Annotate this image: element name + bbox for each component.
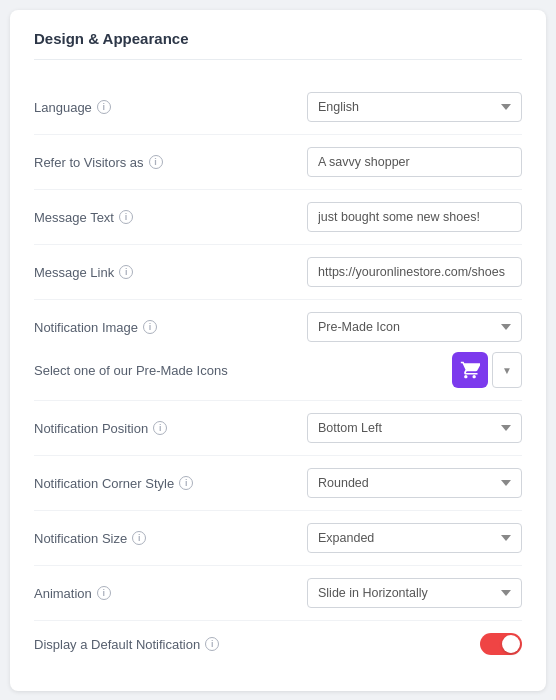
animation-control: Slide in Horizontally Slide in Verticall… — [254, 578, 522, 608]
icon-dropdown-button[interactable]: ▼ — [492, 352, 522, 388]
message-link-label: Message Link i — [34, 265, 254, 280]
message-text-control — [254, 202, 522, 232]
notification-image-label: Notification Image i — [34, 320, 254, 335]
design-appearance-card: Design & Appearance Language i English S… — [10, 10, 546, 691]
card-title: Design & Appearance — [34, 30, 522, 60]
message-text-row: Message Text i — [34, 190, 522, 245]
icon-preview[interactable] — [452, 352, 488, 388]
language-select[interactable]: English Spanish French German — [307, 92, 522, 122]
notification-image-select[interactable]: Pre-Made Icon Custom Image None — [307, 312, 522, 342]
message-text-input[interactable] — [307, 202, 522, 232]
animation-label: Animation i — [34, 586, 254, 601]
message-text-label: Message Text i — [34, 210, 254, 225]
display-default-notification-row: Display a Default Notification i — [34, 621, 522, 667]
toggle-thumb — [502, 635, 520, 653]
notification-position-label: Notification Position i — [34, 421, 254, 436]
refer-to-visitors-info-icon[interactable]: i — [149, 155, 163, 169]
notification-corner-style-row: Notification Corner Style i Rounded Squa… — [34, 456, 522, 511]
language-label: Language i — [34, 100, 254, 115]
notification-size-select[interactable]: Expanded Compact Mini — [307, 523, 522, 553]
animation-row: Animation i Slide in Horizontally Slide … — [34, 566, 522, 621]
notification-size-control: Expanded Compact Mini — [254, 523, 522, 553]
notification-corner-style-select[interactable]: Rounded Square Pill — [307, 468, 522, 498]
message-link-input[interactable] — [307, 257, 522, 287]
notification-size-label: Notification Size i — [34, 531, 254, 546]
notification-corner-style-control: Rounded Square Pill — [254, 468, 522, 498]
display-default-notification-toggle-wrapper — [254, 633, 522, 655]
animation-info-icon[interactable]: i — [97, 586, 111, 600]
notification-position-info-icon[interactable]: i — [153, 421, 167, 435]
display-default-notification-label: Display a Default Notification i — [34, 637, 254, 652]
animation-select[interactable]: Slide in Horizontally Slide in Verticall… — [307, 578, 522, 608]
notification-image-row: Notification Image i Pre-Made Icon Custo… — [34, 300, 522, 401]
notification-image-top: Notification Image i Pre-Made Icon Custo… — [34, 312, 522, 342]
notification-corner-style-label: Notification Corner Style i — [34, 476, 254, 491]
display-default-notification-info-icon[interactable]: i — [205, 637, 219, 651]
notification-size-info-icon[interactable]: i — [132, 531, 146, 545]
notification-image-info-icon[interactable]: i — [143, 320, 157, 334]
icon-picker: ▼ — [452, 352, 522, 388]
notification-corner-style-info-icon[interactable]: i — [179, 476, 193, 490]
notification-image-bottom: Select one of our Pre-Made Icons ▼ — [34, 352, 522, 388]
display-default-notification-toggle[interactable] — [480, 633, 522, 655]
message-link-row: Message Link i — [34, 245, 522, 300]
notification-position-control: Bottom Left Bottom Right Top Left Top Ri… — [254, 413, 522, 443]
notification-size-row: Notification Size i Expanded Compact Min… — [34, 511, 522, 566]
notification-position-select[interactable]: Bottom Left Bottom Right Top Left Top Ri… — [307, 413, 522, 443]
language-control: English Spanish French German — [254, 92, 522, 122]
language-info-icon[interactable]: i — [97, 100, 111, 114]
message-text-info-icon[interactable]: i — [119, 210, 133, 224]
cart-icon — [460, 360, 480, 380]
message-link-control — [254, 257, 522, 287]
refer-to-visitors-input[interactable] — [307, 147, 522, 177]
message-link-info-icon[interactable]: i — [119, 265, 133, 279]
notification-image-control: Pre-Made Icon Custom Image None — [254, 312, 522, 342]
pre-made-icons-label: Select one of our Pre-Made Icons — [34, 363, 452, 378]
refer-to-visitors-label: Refer to Visitors as i — [34, 155, 254, 170]
notification-position-row: Notification Position i Bottom Left Bott… — [34, 401, 522, 456]
refer-to-visitors-row: Refer to Visitors as i — [34, 135, 522, 190]
refer-to-visitors-control — [254, 147, 522, 177]
language-row: Language i English Spanish French German — [34, 80, 522, 135]
